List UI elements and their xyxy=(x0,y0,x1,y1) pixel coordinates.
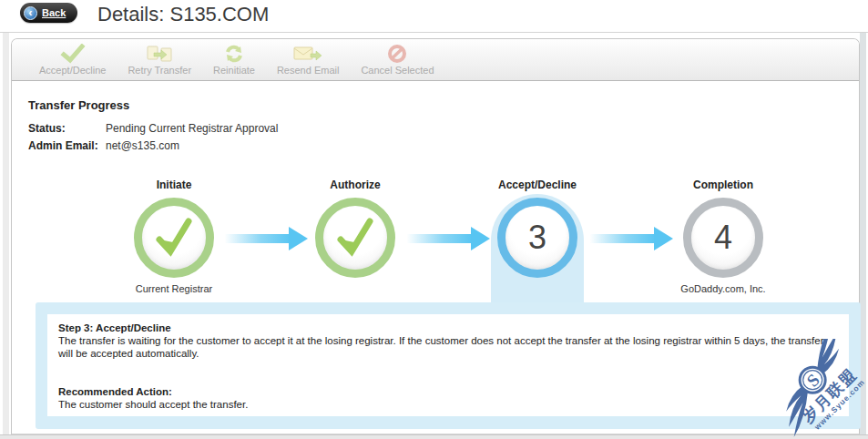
recommended-action-heading: Recommended Action: xyxy=(58,385,838,398)
refresh-icon xyxy=(223,44,245,64)
step-arrow xyxy=(590,227,674,250)
step-label-authorize: Authorize xyxy=(278,179,433,191)
page-bottom-edge xyxy=(0,434,868,439)
toolbar-label: Accept/Decline xyxy=(39,65,106,76)
back-arrow-icon: ‹ xyxy=(24,6,37,20)
checkmark-icon xyxy=(332,214,379,261)
step-circle-completion: 4 xyxy=(683,198,763,278)
step-info-heading: Step 3: Accept/Decline xyxy=(58,322,838,334)
accept-decline-button[interactable]: Accept/Decline xyxy=(39,44,106,76)
step-info-box: Step 3: Accept/Decline The transfer is w… xyxy=(36,302,861,429)
step-sublabel-godaddy: GoDaddy.com, Inc. xyxy=(637,283,810,294)
back-button-label: Back xyxy=(42,7,66,18)
step-info-content: Step 3: Accept/Decline The transfer is w… xyxy=(47,314,849,416)
pages-arrow-icon xyxy=(146,44,173,64)
toolbar-label: Retry Transfer xyxy=(128,65,191,76)
envelope-arrow-icon xyxy=(293,44,322,64)
page-title: Details: S135.COM xyxy=(97,2,269,27)
page-left-gutter xyxy=(3,0,9,439)
reinitiate-button[interactable]: Reinitiate xyxy=(213,44,255,76)
check-icon xyxy=(60,44,86,64)
step-circle-authorize xyxy=(315,198,395,278)
header: ‹ Back Details: S135.COM xyxy=(0,0,868,33)
prohibition-icon xyxy=(387,44,407,64)
step-circle-initiate xyxy=(134,198,214,278)
back-button[interactable]: ‹ Back xyxy=(20,3,77,23)
checkmark-icon xyxy=(150,214,198,261)
step-sublabel-current-registrar: Current Registrar xyxy=(87,283,260,294)
step-label-completion: Completion xyxy=(646,179,801,191)
resend-email-button[interactable]: Resend Email xyxy=(277,44,339,76)
step-number: 3 xyxy=(528,219,546,257)
status-label: Status: xyxy=(28,122,66,135)
step-arrow xyxy=(225,227,309,250)
details-panel: Accept/Decline Retry Transfer xyxy=(11,38,860,434)
cancel-selected-button[interactable]: Cancel Selected xyxy=(361,44,434,76)
recommended-action-body: The customer should accept the transfer. xyxy=(58,398,838,411)
step-label-initiate: Initiate xyxy=(97,179,251,191)
step-label-accept-decline: Accept/Decline xyxy=(460,179,615,191)
page-right-gutter xyxy=(860,33,866,439)
status-value: Pending Current Registrar Approval xyxy=(106,122,278,135)
section-title: Transfer Progress xyxy=(28,98,129,112)
toolbar-label: Reinitiate xyxy=(213,65,255,76)
retry-transfer-button[interactable]: Retry Transfer xyxy=(128,44,191,76)
toolbar: Accept/Decline Retry Transfer xyxy=(12,39,859,81)
step-circle-accept-decline: 3 xyxy=(497,198,577,278)
step-info-body: The transfer is waiting for the customer… xyxy=(58,334,838,360)
step-number: 4 xyxy=(714,219,732,257)
admin-email-value: net@s135.com xyxy=(106,139,179,152)
step-arrow xyxy=(407,227,491,250)
admin-email-label: Admin Email: xyxy=(28,139,98,152)
toolbar-label: Cancel Selected xyxy=(361,65,434,76)
toolbar-label: Resend Email xyxy=(277,65,339,76)
